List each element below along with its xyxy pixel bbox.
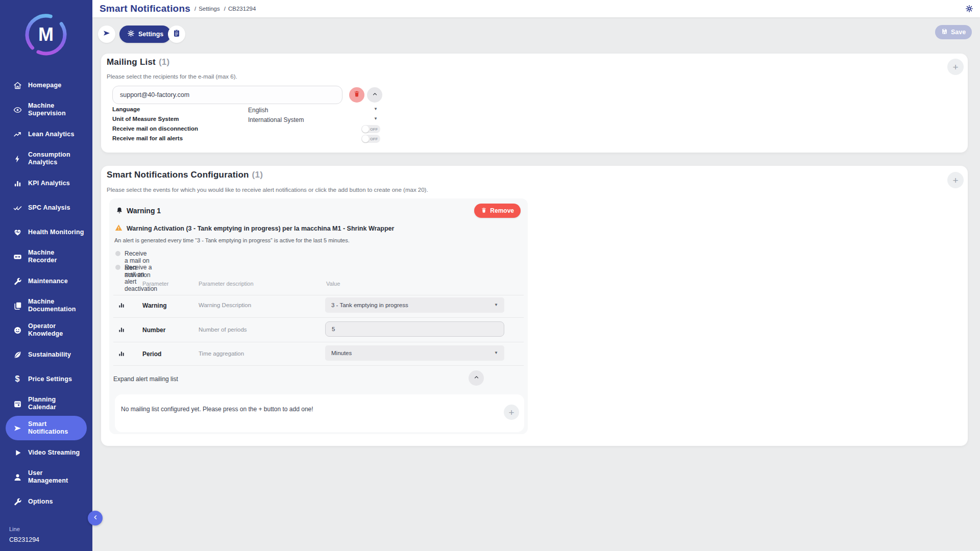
collapse-recipient-button[interactable] bbox=[367, 87, 382, 103]
line-value: CB231294 bbox=[9, 536, 39, 543]
warning-description: An alert is generated every time “3 - Ta… bbox=[114, 237, 350, 243]
sidebar-item-maintenance[interactable]: Maintenance bbox=[6, 269, 87, 293]
line-label: Line bbox=[9, 526, 20, 532]
mailing-list-count: (1) bbox=[159, 57, 169, 67]
collapse-alert-mailing-list-button[interactable] bbox=[469, 370, 484, 386]
sidebar-item-machine-supervision[interactable]: Machine Supervision bbox=[6, 97, 87, 122]
configuration-count: (1) bbox=[252, 170, 263, 180]
sidebar-item-operator-knowledge[interactable]: Operator Knowledge bbox=[6, 318, 87, 342]
bar-chart-icon bbox=[118, 302, 125, 309]
mail-on-deactivation-radio[interactable] bbox=[115, 265, 120, 270]
divider bbox=[113, 317, 524, 318]
sidebar-item-machine-documentation[interactable]: Machine Documentation bbox=[6, 293, 87, 318]
sidebar-item-kpi-analytics[interactable]: KPI Analytics bbox=[6, 171, 87, 195]
recipient-all-alerts-row: Receive mail for all alerts OFF bbox=[101, 134, 387, 144]
recipient-email-input[interactable] bbox=[112, 86, 342, 104]
sidebar-item-user-management[interactable]: User Management bbox=[6, 465, 87, 489]
sidebar-item-lean-analytics[interactable]: Lean Analytics bbox=[6, 122, 87, 146]
tab-settings-label: Settings bbox=[138, 31, 163, 38]
configuration-subtitle: Please select the events for which you w… bbox=[107, 187, 428, 193]
toggle-state-label: OFF bbox=[370, 137, 378, 141]
warning-config-card: Warning 1 Remove Warning Activation (3 -… bbox=[109, 198, 528, 434]
toggle-state-label: OFF bbox=[370, 127, 378, 132]
delete-recipient-button[interactable] bbox=[349, 87, 364, 103]
recipient-uom-row: Unit of Measure System International Sys… bbox=[101, 115, 387, 124]
leaf-icon bbox=[11, 348, 23, 361]
column-header-description: Parameter description bbox=[199, 281, 254, 287]
number-of-periods-input[interactable] bbox=[325, 321, 504, 337]
plus-icon: + bbox=[952, 176, 958, 185]
warning-name: Warning 1 bbox=[127, 207, 161, 215]
clipboard-icon bbox=[173, 29, 181, 39]
mail-on-deactivation-label: Receive a mail on alert deactivation bbox=[125, 264, 157, 292]
save-label: Save bbox=[951, 29, 966, 36]
column-header-parameter: Parameter bbox=[142, 281, 168, 287]
add-recipient-button[interactable]: + bbox=[947, 59, 964, 75]
sidebar-collapse-button[interactable] bbox=[88, 511, 103, 525]
tab-settings[interactable]: Settings bbox=[119, 26, 171, 43]
uom-select[interactable]: International System bbox=[248, 116, 304, 123]
caret-down-icon: ▼ bbox=[374, 116, 378, 121]
recipient-language-row: Language English ▼ bbox=[101, 105, 387, 115]
plus-icon: + bbox=[952, 62, 958, 72]
gear-icon[interactable] bbox=[965, 5, 973, 13]
time-aggregation-select[interactable]: Minutes ▼ bbox=[325, 345, 504, 361]
sidebar-item-planning-calendar[interactable]: Planning Calendar bbox=[6, 391, 87, 416]
divider bbox=[113, 342, 524, 342]
floppy-disk-icon bbox=[941, 28, 948, 37]
sidebar-item-price-settings[interactable]: $ Price Settings bbox=[6, 367, 87, 391]
play-icon bbox=[11, 446, 23, 459]
language-select[interactable]: English bbox=[248, 107, 268, 114]
caret-down-icon: ▼ bbox=[494, 345, 498, 361]
recorder-icon bbox=[11, 251, 23, 263]
eye-icon bbox=[11, 104, 23, 116]
add-notification-button[interactable]: + bbox=[947, 172, 964, 188]
divider bbox=[113, 295, 524, 295]
send-icon bbox=[103, 29, 111, 39]
chevron-up-icon bbox=[473, 373, 480, 383]
tab-notifications[interactable] bbox=[98, 26, 115, 43]
bar-chart-icon bbox=[118, 350, 125, 357]
sidebar-item-health-monitoring[interactable]: Health Monitoring bbox=[6, 220, 87, 244]
double-check-icon bbox=[11, 202, 23, 214]
sidebar-item-spc-analysis[interactable]: SPC Analysis bbox=[6, 195, 87, 220]
chevron-left-icon bbox=[92, 514, 99, 523]
warning-triangle-icon bbox=[114, 223, 123, 232]
mail-on-disconnection-toggle[interactable]: OFF bbox=[361, 125, 380, 133]
sidebar: M Homepage Machine Supervision Lean Anal… bbox=[0, 0, 92, 551]
sidebar-item-options[interactable]: Options bbox=[6, 489, 87, 514]
breadcrumb-machine[interactable]: CB231294 bbox=[228, 6, 256, 12]
sidebar-item-homepage[interactable]: Homepage bbox=[6, 73, 87, 97]
sidebar-item-machine-recorder[interactable]: Machine Recorder bbox=[6, 244, 87, 269]
divider bbox=[113, 365, 524, 366]
recipient-disconnection-row: Receive mail on disconnection OFF bbox=[101, 124, 387, 134]
gear-icon bbox=[127, 30, 135, 39]
sidebar-item-sustainability[interactable]: Sustainability bbox=[6, 342, 87, 367]
wrench-icon bbox=[11, 275, 23, 287]
breadcrumb-settings[interactable]: Settings bbox=[199, 6, 220, 12]
mail-for-all-alerts-label: Receive mail for all alerts bbox=[112, 135, 183, 141]
trend-line-icon bbox=[11, 128, 23, 140]
plus-icon: + bbox=[508, 408, 514, 417]
save-button[interactable]: Save bbox=[935, 25, 972, 39]
tab-report[interactable] bbox=[168, 26, 185, 43]
sidebar-item-consumption-analytics[interactable]: Consumption Analytics bbox=[6, 146, 87, 171]
mail-for-all-alerts-toggle[interactable]: OFF bbox=[361, 135, 380, 143]
operator-face-icon bbox=[11, 324, 23, 336]
header-bar: Smart Notifications / Settings / CB23129… bbox=[92, 0, 980, 17]
mail-on-activation-radio[interactable] bbox=[115, 251, 120, 256]
toggle-knob bbox=[362, 135, 369, 142]
language-label: Language bbox=[112, 106, 140, 112]
warning-description-select[interactable]: 3 - Tank emptying in progress ▼ bbox=[325, 297, 504, 313]
sidebar-nav: Homepage Machine Supervision Lean Analyt… bbox=[0, 73, 92, 514]
user-icon bbox=[11, 471, 23, 483]
add-alert-mailing-button[interactable]: + bbox=[504, 405, 519, 420]
mailing-list-title: Mailing List(1) bbox=[107, 57, 169, 67]
send-icon bbox=[11, 422, 23, 434]
toggle-knob bbox=[362, 126, 369, 133]
sidebar-item-smart-notifications[interactable]: Smart Notifications bbox=[6, 416, 87, 440]
documents-icon bbox=[11, 299, 23, 312]
remove-warning-button[interactable]: Remove bbox=[474, 204, 521, 218]
column-header-value: Value bbox=[326, 281, 340, 287]
sidebar-item-video-streaming[interactable]: Video Streaming bbox=[6, 440, 87, 465]
